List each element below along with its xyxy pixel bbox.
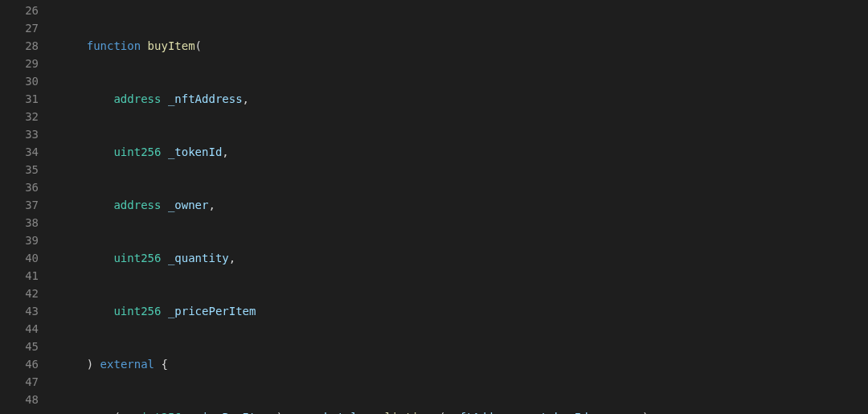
line-number: 47 bbox=[0, 373, 39, 391]
line-number: 37 bbox=[0, 196, 39, 214]
line-number: 30 bbox=[0, 72, 39, 90]
line-number: 33 bbox=[0, 125, 39, 143]
line-number: 32 bbox=[0, 108, 39, 125]
line-number: 43 bbox=[0, 302, 39, 320]
line-number: 48 bbox=[0, 391, 39, 408]
code-area[interactable]: function buyItem( address _nftAddress, u… bbox=[50, 0, 868, 414]
line-number: 29 bbox=[0, 55, 39, 72]
line-number: 28 bbox=[0, 37, 39, 55]
line-number: 45 bbox=[0, 338, 39, 355]
code-line[interactable]: address _owner, bbox=[59, 196, 868, 214]
line-number: 31 bbox=[0, 90, 39, 108]
line-number: 44 bbox=[0, 320, 39, 338]
code-line[interactable]: uint256 _tokenId, bbox=[59, 143, 868, 161]
line-number: 39 bbox=[0, 232, 39, 249]
line-number: 36 bbox=[0, 178, 39, 196]
code-line[interactable]: ) external { bbox=[59, 355, 868, 373]
line-number: 41 bbox=[0, 267, 39, 285]
line-number: 40 bbox=[0, 249, 39, 267]
code-line[interactable]: function buyItem( bbox=[59, 37, 868, 55]
line-number: 46 bbox=[0, 355, 39, 373]
line-number: 38 bbox=[0, 214, 39, 232]
code-line[interactable]: uint256 _quantity, bbox=[59, 249, 868, 267]
code-line[interactable]: address _nftAddress, bbox=[59, 90, 868, 108]
code-line[interactable]: (, uint256 pricePerItem,) = marketplace.… bbox=[59, 408, 868, 414]
line-number: 34 bbox=[0, 143, 39, 161]
code-editor: 26 27 28 29 30 31 32 33 34 35 36 37 38 3… bbox=[0, 0, 868, 414]
line-number: 26 bbox=[0, 2, 39, 19]
line-number: 35 bbox=[0, 161, 39, 178]
code-line[interactable]: uint256 _pricePerItem bbox=[59, 302, 868, 320]
line-number: 42 bbox=[0, 285, 39, 302]
line-number-gutter: 26 27 28 29 30 31 32 33 34 35 36 37 38 3… bbox=[0, 0, 50, 414]
line-number: 27 bbox=[0, 19, 39, 37]
